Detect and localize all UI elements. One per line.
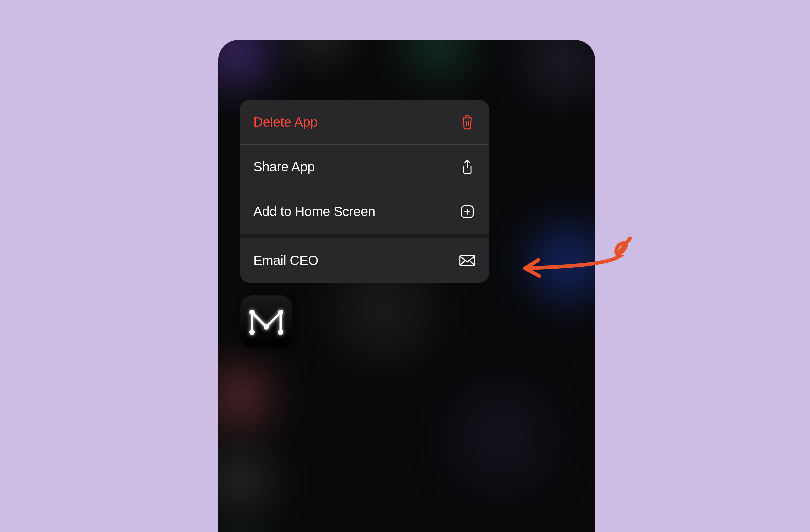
plus-square-icon: [459, 203, 476, 220]
menu-item-label: Add to Home Screen: [253, 204, 375, 219]
m-logo-icon: [248, 306, 285, 336]
app-icon-m[interactable]: [240, 295, 292, 347]
svg-point-8: [264, 324, 269, 330]
svg-point-10: [278, 330, 284, 335]
menu-item-label: Delete App: [253, 115, 318, 130]
menu-item-delete-app[interactable]: Delete App: [240, 100, 489, 144]
svg-rect-5: [460, 255, 475, 266]
menu-item-label: Email CEO: [253, 253, 318, 268]
svg-point-6: [249, 330, 255, 335]
menu-item-label: Share App: [253, 159, 315, 174]
mail-icon: [459, 252, 476, 269]
svg-point-7: [249, 310, 255, 315]
menu-section-divider: [240, 234, 489, 238]
svg-point-9: [278, 310, 284, 315]
menu-item-share-app[interactable]: Share App: [240, 145, 489, 189]
share-icon: [459, 159, 476, 175]
app-context-menu: Delete App Share App Add to Home Screen: [240, 100, 489, 283]
menu-item-email-ceo[interactable]: Email CEO: [240, 238, 489, 283]
trash-icon: [459, 114, 476, 131]
menu-item-add-to-home[interactable]: Add to Home Screen: [240, 189, 489, 234]
